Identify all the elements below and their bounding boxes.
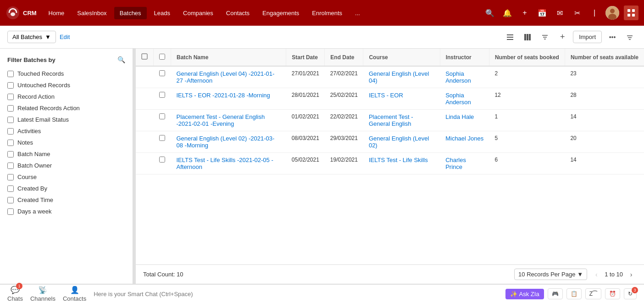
user-avatar[interactable] (605, 6, 619, 20)
filter-checkbox[interactable] (7, 163, 14, 169)
ask-zia-button[interactable]: ✨ Ask ZIa (505, 289, 544, 299)
filter-item-batch-owner[interactable]: Batch Owner (0, 160, 133, 171)
row-start-date: 05/02/2021 (286, 153, 325, 174)
tools-icon[interactable]: ✂ (571, 6, 583, 19)
search-icon[interactable]: 🔍 (483, 6, 496, 19)
edit-button[interactable]: Edit (60, 34, 70, 40)
filter-checkbox[interactable] (7, 174, 14, 180)
filter-item-batch-name[interactable]: Batch Name (0, 148, 133, 160)
nav-home[interactable]: Home (43, 7, 70, 19)
chat-icon: 💬 1 (11, 286, 20, 294)
filter-checkbox[interactable] (7, 197, 14, 203)
nav-engagements[interactable]: Engagements (257, 7, 305, 19)
filter-item-latest-email-status[interactable]: Latest Email Status (0, 114, 133, 125)
row-checkbox-cell[interactable] (154, 88, 171, 110)
nav-more[interactable]: ... (350, 7, 366, 19)
row-seats-available: 14 (565, 153, 644, 174)
col-instructor: Instructor (440, 49, 489, 66)
row-checkbox[interactable] (159, 92, 165, 98)
filter-item-untouched-records[interactable]: Untouched Records (0, 79, 133, 91)
add-icon[interactable]: + (555, 30, 569, 44)
filter-checkbox[interactable] (7, 128, 14, 135)
more-options-icon[interactable]: ••• (605, 30, 619, 44)
smart-chat-input[interactable] (94, 291, 498, 297)
nav-enrolments[interactable]: Enrolments (306, 7, 348, 19)
bottom-chats[interactable]: 💬 1 Chats (7, 286, 23, 302)
bell-icon[interactable]: 🔔 (501, 6, 514, 19)
svg-rect-13 (527, 34, 528, 40)
filter-item-activities[interactable]: Activities (0, 125, 133, 137)
filter-item-days-a-week[interactable]: Days a week (0, 206, 133, 217)
clipboard-icon[interactable]: 📋 (566, 288, 582, 299)
gamepad-icon[interactable]: 🎮 (548, 288, 563, 299)
per-page-select[interactable]: 10 Records Per Page ▼ (514, 269, 587, 280)
row-checkbox[interactable] (159, 135, 165, 141)
filter-item-notes[interactable]: Notes (0, 137, 133, 148)
row-seats-booked: 6 (489, 153, 565, 174)
filter-checkbox[interactable] (7, 140, 14, 146)
svg-rect-8 (632, 14, 635, 17)
filter-checkbox[interactable] (7, 94, 14, 100)
nav-companies[interactable]: Companies (178, 7, 219, 19)
prev-page-btn[interactable]: ‹ (591, 269, 602, 280)
chat-label: Chats (7, 295, 23, 302)
bottom-channels[interactable]: 📡 Channels (30, 286, 56, 302)
list-view-icon[interactable] (503, 30, 517, 44)
all-batches-dropdown[interactable]: All Batches ▼ (7, 31, 56, 43)
filter-checkbox[interactable] (7, 151, 14, 157)
sort-icon[interactable] (623, 30, 637, 44)
filter-item-course[interactable]: Course (0, 171, 133, 183)
bottom-contacts[interactable]: 👤 Contacts (63, 286, 86, 302)
row-batch-name: General English (Level 02) -2021-03-08 -… (171, 131, 286, 153)
zoom-icon[interactable]: Z⁀ (585, 288, 601, 299)
nav-batches[interactable]: Batches (114, 7, 147, 19)
clock-icon[interactable]: ⏰ (605, 288, 620, 299)
row-instructor: Sophia Anderson (440, 88, 489, 110)
grid-icon[interactable] (624, 6, 638, 20)
col-course: Course (363, 49, 440, 66)
svg-rect-15 (142, 54, 147, 59)
mail-icon[interactable]: ✉ (553, 6, 566, 19)
filter-icon[interactable] (538, 30, 552, 44)
select-all-checkbox[interactable] (159, 54, 165, 60)
sidebar-search-icon[interactable]: 🔍 (117, 56, 125, 63)
row-checkbox-cell[interactable] (154, 153, 171, 174)
row-checkbox[interactable] (159, 113, 165, 119)
row-batch-name: IELTS - EOR -2021-01-28 -Morning (171, 88, 286, 110)
table-wrapper[interactable]: Batch Name Start Date End Date Course In… (136, 49, 644, 264)
filter-item-record-action[interactable]: Record Action (0, 91, 133, 102)
filter-checkbox[interactable] (7, 71, 14, 77)
filter-checkbox[interactable] (7, 105, 14, 112)
chat-badge: 1 (16, 283, 22, 289)
filter-label: Activities (17, 128, 41, 135)
nav-leads[interactable]: Leads (149, 7, 176, 19)
row-seats-available: 23 (565, 66, 644, 88)
column-view-icon[interactable] (521, 30, 534, 44)
col-checkbox-header[interactable] (154, 49, 171, 66)
row-checkbox-cell[interactable] (154, 110, 171, 131)
row-checkbox[interactable] (159, 157, 165, 163)
nav-salesinbox[interactable]: SalesInbox (72, 7, 112, 19)
filter-item-touched-records[interactable]: Touched Records (0, 68, 133, 79)
filter-item-created-by[interactable]: Created By (0, 183, 133, 194)
filter-checkbox[interactable] (7, 117, 14, 123)
row-checkbox-cell[interactable] (154, 131, 171, 153)
row-course: General English (Level 04) (363, 66, 440, 88)
col-end-date: End Date (325, 49, 363, 66)
row-checkbox[interactable] (159, 70, 165, 76)
filter-items-container: Touched RecordsUntouched RecordsRecord A… (0, 68, 133, 217)
import-button[interactable]: Import (573, 31, 602, 43)
calendar-icon[interactable]: 📅 (536, 6, 549, 19)
plus-icon[interactable]: + (518, 6, 531, 19)
filter-item-related-records-action[interactable]: Related Records Action (0, 102, 133, 114)
filter-item-created-time[interactable]: Created Time (0, 194, 133, 206)
next-page-btn[interactable]: › (626, 269, 637, 280)
history-icon[interactable]: ↻ 3 (624, 288, 637, 299)
filter-checkbox[interactable] (7, 208, 14, 215)
filter-checkbox[interactable] (7, 185, 14, 192)
contacts-icon: 👤 (70, 286, 79, 294)
row-checkbox-cell[interactable] (154, 66, 171, 88)
nav-contacts[interactable]: Contacts (221, 7, 255, 19)
filter-checkbox[interactable] (7, 82, 14, 89)
crm-logo[interactable]: CRM (6, 6, 37, 20)
